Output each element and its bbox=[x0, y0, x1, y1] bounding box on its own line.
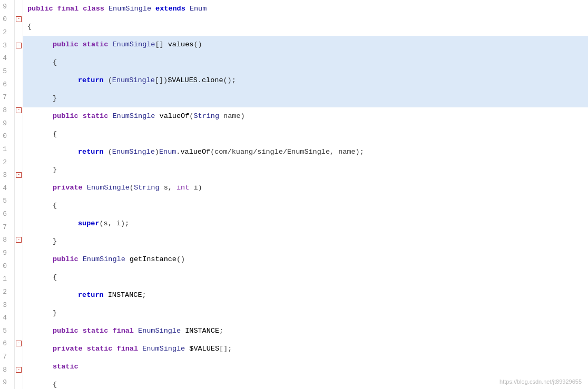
kw-static-23: static bbox=[83, 322, 109, 340]
kw-public-23: public bbox=[53, 322, 79, 340]
kw-return-20: return bbox=[78, 286, 104, 304]
kw-public-3: public bbox=[53, 41, 79, 48]
ln-26: 5 bbox=[0, 324, 11, 337]
code-line-26: static bbox=[23, 358, 588, 376]
code-area: public final class EnumSingle extends En… bbox=[23, 0, 588, 389]
fold-cell-10 bbox=[15, 117, 23, 130]
type-23: EnumSingle bbox=[138, 322, 181, 340]
ln-18: 7 bbox=[0, 221, 11, 234]
code-line-8: public static EnumSingle valueOf(String … bbox=[23, 107, 588, 125]
ln-8: 7 bbox=[0, 91, 11, 104]
type-24: EnumSingle bbox=[142, 340, 185, 358]
type-13: EnumSingle bbox=[87, 179, 130, 197]
type-18: EnumSingle bbox=[83, 251, 125, 268]
fold-icon-19[interactable]: - bbox=[16, 237, 22, 243]
instance-field: INSTANCE bbox=[185, 322, 219, 340]
fold-cell-1 bbox=[15, 0, 23, 13]
ln-27: 6 bbox=[0, 337, 11, 351]
code-line-6: } bbox=[23, 89, 588, 107]
ln-13: 2 bbox=[0, 156, 11, 169]
string-type2: String bbox=[134, 179, 160, 197]
code-line-9: { bbox=[23, 125, 588, 143]
type-8: EnumSingle bbox=[112, 107, 155, 125]
code-line-11: } bbox=[23, 161, 588, 179]
code-line-16: } bbox=[23, 233, 588, 251]
code-line-24: private static final EnumSingle $VALUES[… bbox=[23, 340, 588, 358]
enum-type: Enum bbox=[190, 0, 207, 18]
kw-final-23: final bbox=[112, 322, 134, 340]
kw-final-1: final bbox=[57, 0, 79, 18]
ln-2: 0 bbox=[0, 13, 11, 26]
kw-static-8: static bbox=[83, 107, 109, 125]
code-line-1: public final class EnumSingle extends En… bbox=[23, 0, 588, 18]
ln-17: 6 bbox=[0, 207, 11, 221]
ln-3: 2 bbox=[0, 26, 11, 39]
ln-10: 9 bbox=[0, 117, 11, 130]
ln-28: 7 bbox=[0, 350, 11, 363]
code-line-15: super(s, i); bbox=[23, 215, 588, 233]
ln-21: 0 bbox=[0, 260, 11, 273]
fold-cell-12 bbox=[15, 143, 23, 156]
ln-20: 9 bbox=[0, 246, 11, 260]
method-getinstance: getInstance bbox=[130, 251, 177, 268]
fold-icon-27[interactable]: - bbox=[16, 341, 22, 346]
kw-return-5: return bbox=[78, 76, 104, 84]
ln-12: 1 bbox=[0, 143, 11, 156]
fold-cell-22 bbox=[15, 272, 23, 285]
fold-cell-29[interactable]: - bbox=[15, 363, 23, 376]
ln-11: 0 bbox=[0, 129, 11, 143]
code-line-10: return (EnumSingle)Enum.valueOf(com/kuan… bbox=[23, 143, 588, 161]
fold-cell-4[interactable]: - bbox=[15, 39, 23, 52]
fold-icon-14[interactable]: - bbox=[16, 172, 22, 178]
kw-static-3: static bbox=[83, 41, 109, 48]
fold-cell-2[interactable]: - bbox=[15, 13, 23, 26]
fold-cell-5 bbox=[15, 52, 23, 65]
kw-private-13: private bbox=[53, 179, 83, 197]
fold-gutter: - - - - - - bbox=[15, 0, 23, 389]
fold-cell-19[interactable]: - bbox=[15, 234, 23, 247]
fold-cell-20 bbox=[15, 246, 23, 260]
ln-24: 3 bbox=[0, 298, 11, 312]
fold-cell-17 bbox=[15, 207, 23, 221]
code-line-23: public static final EnumSingle INSTANCE; bbox=[23, 322, 588, 340]
type-10: EnumSingle bbox=[112, 143, 155, 161]
ln-16: 5 bbox=[0, 195, 11, 208]
type-5: EnumSingle bbox=[112, 76, 155, 84]
method-values: values bbox=[168, 41, 194, 48]
fold-cell-27[interactable]: - bbox=[15, 337, 23, 351]
clone-method: clone bbox=[202, 76, 223, 84]
fold-icon-4[interactable]: - bbox=[16, 43, 22, 48]
code-line-5: return (EnumSingle[])$VALUES.clone(); bbox=[23, 72, 588, 89]
kw-public-1: public bbox=[27, 0, 53, 18]
ln-5: 4 bbox=[0, 52, 11, 65]
kw-int: int bbox=[177, 179, 189, 197]
fold-cell-3 bbox=[15, 26, 23, 39]
watermark: https://blog.csdn.net/jt89929655 bbox=[499, 378, 582, 385]
method-valueof2: valueOf bbox=[180, 143, 210, 161]
fold-icon-29[interactable]: - bbox=[16, 367, 22, 373]
ln-25: 4 bbox=[0, 311, 11, 324]
fold-cell-26 bbox=[15, 324, 23, 337]
ln-19: 8 bbox=[0, 234, 11, 247]
fold-cell-24 bbox=[15, 298, 23, 312]
fold-cell-14[interactable]: - bbox=[15, 168, 23, 182]
fold-cell-18 bbox=[15, 221, 23, 234]
values-ref: $VALUES bbox=[168, 76, 198, 84]
ln-29: 8 bbox=[0, 363, 11, 376]
fold-cell-7 bbox=[15, 78, 23, 91]
code-line-3: public static EnumSingle[] values() bbox=[23, 36, 588, 54]
fold-cell-15 bbox=[15, 182, 23, 195]
fold-icon-2[interactable]: - bbox=[16, 16, 22, 22]
fold-icon-9[interactable]: - bbox=[16, 107, 22, 113]
values-field: $VALUES bbox=[189, 340, 219, 358]
code-line-18: public EnumSingle getInstance() bbox=[23, 251, 588, 268]
code-line-13: private EnumSingle(String s, int i) bbox=[23, 179, 588, 197]
fold-cell-9[interactable]: - bbox=[15, 104, 23, 117]
fold-cell-8 bbox=[15, 91, 23, 104]
classname: EnumSingle bbox=[109, 0, 151, 18]
ln-30: 9 bbox=[0, 376, 11, 389]
code-line-2: { bbox=[23, 18, 588, 36]
ln-9: 8 bbox=[0, 104, 11, 117]
ln-4: 3 bbox=[0, 39, 11, 52]
kw-final-24: final bbox=[117, 340, 139, 358]
